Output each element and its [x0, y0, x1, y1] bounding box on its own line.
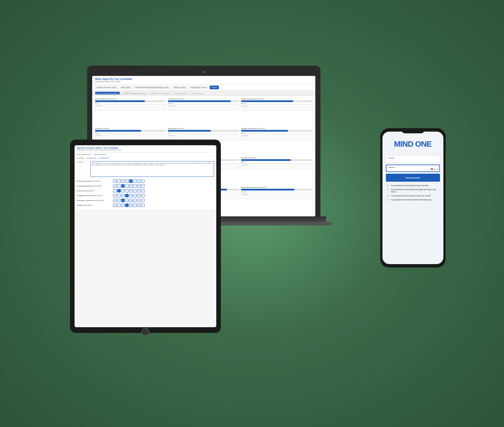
score-change-mgmt-comment[interactable]: Comment...: [241, 104, 312, 111]
score-inoviranje-bar-bg: [241, 159, 312, 161]
laptop-report-title: Write report for Test Candidate: [95, 78, 312, 80]
score-preuzimanje-comment[interactable]: Comment...: [241, 193, 312, 199]
dot-p-5[interactable]: 3.5: [129, 199, 133, 202]
dot-r-3[interactable]: 2.5: [121, 189, 125, 192]
tablet-score-change-dots: 1 1.5 2 2.5 3 3.5 4 4.5 5: [112, 184, 145, 188]
subtab-client-comp[interactable]: Client Competences Qualitative: [95, 92, 120, 95]
req-check-letter: ✓: [387, 185, 390, 187]
tab-intervjuv[interactable]: Intervjuv (60m): [172, 86, 187, 89]
dot-u-4[interactable]: 3: [125, 194, 129, 197]
tab-pridobivanje[interactable]: Pridobivanle odbijenog dobavljaca (25m): [134, 86, 170, 89]
dot-u-2[interactable]: 2: [117, 194, 121, 197]
dot-i-8[interactable]: 5: [141, 204, 145, 207]
dot-p-7[interactable]: 4.5: [137, 199, 141, 202]
dot-c-3[interactable]: 2.5: [121, 184, 125, 188]
dot-c-7[interactable]: 4.5: [137, 184, 141, 188]
tablet-consultant-file[interactable]: Consultant File: [86, 157, 97, 159]
dot-c-5[interactable]: 3.5: [129, 184, 133, 188]
laptop-report-subtitle: September 30th 2020, 09:09: [95, 80, 312, 82]
tablet-comment-box[interactable]: Lorem ipsum dolor sit amet, consectetur …: [90, 161, 214, 177]
score-inoviranje-label: Inoviranje (Cut off: 0): [241, 157, 312, 159]
tab-bena[interactable]: Bena (25m): [120, 86, 133, 89]
dot-s-1[interactable]: 1.5: [113, 179, 117, 183]
score-inoviranje: Inoviranje (Cut off: 0) 3.5 / 5 Comment.…: [241, 157, 312, 184]
dot-p-8[interactable]: 5: [141, 199, 145, 202]
dot-p-2[interactable]: 2: [117, 199, 121, 202]
phone-password-input[interactable]: ••••••••: [386, 156, 440, 163]
score-preuzimanje: Preuzimanje odgovornosti (Cut off: 0) 3.…: [241, 186, 312, 213]
dot-s-2[interactable]: 2: [117, 179, 121, 183]
dot-r-5[interactable]: 3.5: [129, 189, 133, 192]
score-stress-comment[interactable]: Comment...: [95, 104, 166, 111]
tab-imprimo[interactable]: Imprimo Furniture (25m): [95, 86, 118, 89]
dot-u-3[interactable]: 2.5: [121, 194, 125, 197]
dot-u-6[interactable]: 4: [133, 194, 137, 197]
dot-u-8[interactable]: 5: [141, 194, 145, 197]
req-check-case: ✓: [387, 188, 390, 191]
tab-competence-scores[interactable]: Competence Scores: [188, 86, 209, 89]
dot-r-4[interactable]: 3: [125, 189, 129, 192]
phone-lang-flag: 🇬🇧: [431, 168, 433, 170]
score-inoviranje-comment[interactable]: Comment...: [241, 163, 312, 169]
subtab-starweat-mgmt[interactable]: STARWEAt Management Summary: [121, 92, 148, 95]
tablet-score-ubedljiva-label: Ubedljiva komunikacija (Cut off: 0): [77, 195, 111, 196]
set-password-button[interactable]: Set password: [386, 174, 440, 182]
score-preuzimanje-label: Preuzimanje odgovornosti (Cut off: 0): [241, 186, 312, 188]
laptop-tabs: Imprimo Furniture (25m) Bena (25m) Prido…: [92, 84, 315, 91]
dot-i-5[interactable]: 3.5: [129, 204, 133, 207]
score-change-mgmt-label: Change Management (Cut off: 0): [241, 98, 312, 100]
dot-c-8[interactable]: 5: [141, 184, 145, 188]
dot-i-4[interactable]: 3: [125, 204, 129, 207]
laptop-camera: [203, 71, 205, 73]
dot-i-3[interactable]: 2.5: [121, 204, 125, 207]
dot-c-1[interactable]: 1.5: [113, 184, 117, 188]
tablet-title-prefix: Imprimo Furniture (25m) -: [77, 147, 103, 149]
dot-c-2[interactable]: 2: [117, 184, 121, 188]
dot-s-5[interactable]: 3.5: [129, 179, 133, 183]
tablet-title: Imprimo Furniture (25m) - Test Candidate: [77, 147, 214, 149]
score-ubedljiva-value: 3.33 / 5: [241, 132, 312, 134]
subtab-dev-goals[interactable]: Development Goals: [173, 92, 189, 95]
dot-r-1[interactable]: 1.5: [113, 189, 117, 192]
score-preuzimanje-bar-bg: [241, 189, 312, 190]
dot-i-6[interactable]: 4: [133, 204, 137, 207]
req-check-number: ✓: [387, 195, 390, 197]
dot-i-7[interactable]: 4.5: [137, 204, 141, 207]
score-rasud-comment[interactable]: Comment...: [168, 134, 239, 140]
score-rasud-value: 3 / 5: [168, 132, 239, 134]
dot-c-6[interactable]: 4: [133, 184, 137, 188]
dot-s-3[interactable]: 2.5: [121, 179, 125, 183]
dot-r-8[interactable]: 5: [141, 189, 145, 192]
dot-s-6[interactable]: 4: [133, 179, 137, 183]
tablet-score-rasud: Rasudivanje (Cut off: 0) 1 1.5 2 2.5 3 3…: [77, 189, 214, 192]
dot-c-4[interactable]: 3: [125, 184, 129, 188]
dot-r-6[interactable]: 4: [133, 189, 137, 192]
tab-report[interactable]: Report: [210, 86, 219, 89]
dot-i-2[interactable]: 2: [117, 204, 121, 207]
dot-p-6[interactable]: 4: [133, 199, 137, 202]
dot-r-2[interactable]: 2: [117, 189, 121, 192]
phone-lang[interactable]: 🇬🇧 en ▾: [431, 168, 438, 170]
subtab-generate[interactable]: Generate report: [190, 92, 204, 95]
dot-p-1[interactable]: 1.5: [113, 199, 117, 202]
dot-s-8[interactable]: 5: [141, 179, 145, 183]
dot-r-7[interactable]: 4.5: [137, 189, 141, 192]
score-flex-comment[interactable]: Comment...: [168, 104, 239, 111]
dot-i-1[interactable]: 1.5: [113, 204, 117, 207]
tablet-video-value[interactable]: https://zoom.com: [94, 154, 106, 155]
dot-s-7[interactable]: 4.5: [137, 179, 141, 183]
score-social-label: Socijalna (Cut off: 0): [95, 128, 166, 129]
score-social-comment[interactable]: Comment...: [95, 134, 166, 140]
score-ubedljiva-comment[interactable]: Comment...: [241, 134, 312, 140]
dot-p-3[interactable]: 2.5: [121, 199, 125, 202]
tablet-score-rasud-dots: 1 1.5 2 2.5 3 3.5 4 4.5 5: [112, 189, 145, 192]
dot-p-4[interactable]: 3: [125, 199, 129, 202]
dot-s-4[interactable]: 3: [125, 179, 129, 183]
dot-u-7[interactable]: 4.5: [137, 194, 141, 197]
subtab-starweat-pre[interactable]: STARWEAt Pre Competency: [149, 92, 172, 95]
tablet-candidate-file[interactable]: Candidate File: [99, 157, 109, 159]
score-rasud-bar-fill: [168, 130, 211, 132]
dot-u-1[interactable]: 1.5: [113, 194, 117, 197]
dot-u-5[interactable]: 3.5: [129, 194, 133, 197]
tablet-home-button[interactable]: [141, 328, 149, 336]
